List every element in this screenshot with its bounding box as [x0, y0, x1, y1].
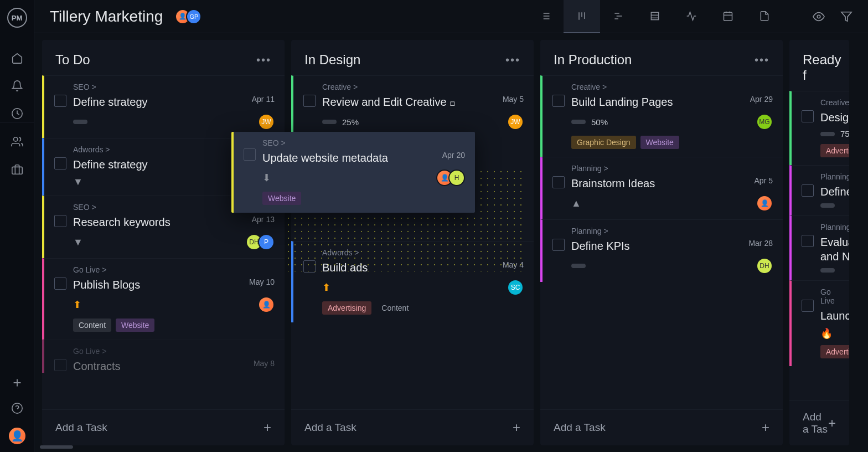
task-title: Publish Blogs	[73, 278, 140, 292]
svg-point-23	[817, 15, 820, 18]
plus-icon[interactable]	[11, 377, 23, 389]
view-tabs	[527, 0, 783, 33]
svg-rect-16	[651, 12, 658, 19]
task-date: Apr 11	[252, 95, 275, 104]
clock-icon[interactable]	[11, 107, 23, 120]
task-date: May 8	[254, 359, 275, 368]
priority-up-icon: ⬆	[73, 299, 81, 311]
task-category: Planning >	[571, 227, 773, 235]
view-list[interactable]	[527, 0, 564, 33]
app-logo[interactable]: PM	[7, 8, 27, 28]
task-checkbox[interactable]	[802, 110, 814, 122]
dragging-card[interactable]: SEO > Update website metadata Apr 20 ⬇ 👤…	[231, 132, 475, 213]
task-card[interactable]: Go Live >ContractsMay 8	[42, 340, 285, 373]
task-assignees[interactable]: 👤	[756, 195, 773, 212]
task-assignees[interactable]: DHP	[246, 234, 275, 250]
task-category: Go Live >	[73, 265, 275, 274]
task-title: Define KPIs	[571, 239, 630, 253]
task-title: Desig	[820, 110, 849, 125]
task-checkbox[interactable]	[54, 157, 66, 170]
task-title: Update website metadata	[262, 151, 388, 165]
task-card[interactable]: Planning >Brainstorm IdeasApr 5▲👤	[540, 157, 783, 219]
current-user-avatar[interactable]: 👤	[9, 428, 25, 444]
task-checkbox[interactable]	[552, 176, 565, 188]
task-assignees[interactable]: MG	[756, 114, 773, 130]
task-assignees[interactable]: SC	[507, 279, 524, 296]
view-files[interactable]	[746, 0, 783, 33]
tag[interactable]: Content	[376, 301, 414, 315]
task-checkbox[interactable]	[552, 239, 565, 251]
task-card[interactable]: Planning >Define KPIsMar 28DH	[540, 219, 783, 282]
task-assignees[interactable]: JW	[507, 114, 524, 130]
project-title: Tillery Marketing	[50, 8, 163, 25]
task-checkbox[interactable]	[244, 148, 256, 161]
column-menu[interactable]: •••	[256, 54, 271, 66]
task-title: Build Landing Pages	[571, 95, 673, 109]
home-icon[interactable]	[11, 52, 23, 64]
column: In Production•••Creative >Build Landing …	[540, 40, 783, 445]
tag[interactable]: Advertising	[322, 301, 371, 315]
task-checkbox[interactable]	[303, 95, 316, 107]
add-task-button[interactable]: Add a Tas+	[789, 400, 849, 445]
tag[interactable]: Adverti	[820, 144, 849, 157]
filter-icon[interactable]	[840, 11, 852, 23]
people-icon[interactable]	[11, 136, 23, 148]
task-card[interactable]: Creative >Build Landing PagesApr 2950%MG…	[540, 75, 783, 157]
view-table[interactable]	[637, 0, 673, 33]
column-menu[interactable]: •••	[755, 54, 769, 66]
task-assignees[interactable]: DH	[756, 258, 773, 274]
task-card[interactable]: Go LiveLaunc🔥Adverti	[789, 280, 849, 366]
task-card[interactable]: PlanningEvalua and N	[789, 215, 849, 280]
task-title: Launc	[820, 309, 849, 323]
view-calendar[interactable]	[710, 0, 746, 33]
task-checkbox[interactable]	[552, 95, 565, 107]
task-card[interactable]: PlanningDefine	[789, 165, 849, 215]
briefcase-icon[interactable]	[11, 163, 23, 176]
task-checkbox[interactable]	[54, 95, 66, 107]
task-title: Contracts	[73, 359, 121, 373]
bell-icon[interactable]	[11, 80, 23, 92]
task-checkbox[interactable]	[802, 235, 814, 247]
task-card[interactable]: Creative >Review and Edit Creative◇May 5…	[291, 75, 534, 138]
tag[interactable]: Website	[640, 136, 679, 149]
tag-website[interactable]: Website	[262, 192, 301, 205]
horizontal-scrollbar[interactable]	[40, 445, 73, 449]
tag[interactable]: Graphic Design	[571, 136, 636, 149]
task-date: Apr 20	[442, 151, 465, 160]
priority-up-icon: ▲	[571, 198, 581, 209]
view-board[interactable]	[564, 0, 600, 33]
help-icon[interactable]	[11, 402, 23, 414]
task-category: Go Live >	[73, 347, 275, 356]
add-task-button[interactable]: Add a Task+	[42, 409, 285, 445]
member-stack[interactable]: 👤 GP	[175, 9, 202, 24]
task-title: Define	[820, 184, 849, 199]
progress-percent: 75	[840, 129, 849, 138]
task-checkbox[interactable]	[802, 300, 814, 312]
add-task-button[interactable]: Add a Task+	[540, 409, 783, 445]
add-task-button[interactable]: Add a Task+	[291, 409, 534, 445]
column-menu[interactable]: •••	[505, 54, 520, 66]
plus-icon: +	[828, 415, 836, 431]
task-assignees[interactable]: 👤	[258, 296, 275, 313]
view-gantt[interactable]	[600, 0, 637, 33]
task-card[interactable]: Go Live >Publish BlogsMay 10⬆👤ContentWeb…	[42, 258, 285, 340]
tag[interactable]: Adverti	[820, 345, 849, 358]
task-card[interactable]: CreativeDesig75Adverti	[789, 91, 849, 165]
task-title: Research keywords	[73, 215, 170, 229]
task-assignees[interactable]: JW	[258, 114, 275, 130]
task-checkbox[interactable]	[802, 184, 814, 197]
task-category: Planning >	[571, 164, 773, 173]
column-title: To Do	[55, 52, 90, 68]
task-card[interactable]: SEO >Define strategyApr 11JW	[42, 75, 285, 138]
priority-down-icon: ⬇	[262, 172, 271, 184]
tag[interactable]: Website	[116, 319, 154, 332]
task-checkbox[interactable]	[54, 278, 66, 290]
visibility-icon[interactable]	[813, 11, 825, 23]
progress-percent: 50%	[591, 117, 608, 127]
view-activity[interactable]	[673, 0, 710, 33]
task-checkbox[interactable]	[54, 359, 66, 371]
task-category: SEO >	[262, 138, 465, 147]
tag[interactable]: Content	[73, 319, 111, 332]
task-checkbox[interactable]	[54, 215, 66, 227]
task-assignees[interactable]: 👤 H	[436, 170, 465, 186]
